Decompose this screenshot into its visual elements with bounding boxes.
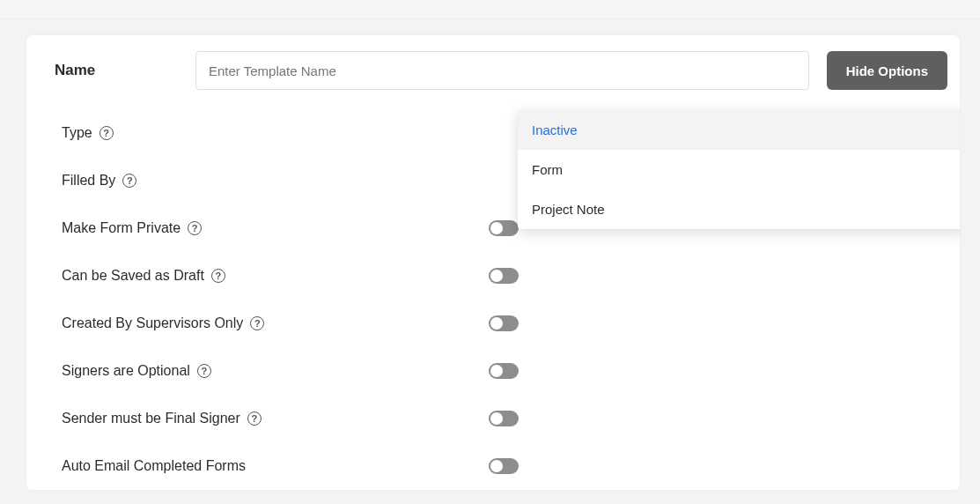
template-settings-card: Name Hide Options Type ? Filled By ? Mak… [26, 35, 960, 490]
help-icon[interactable]: ? [99, 126, 114, 140]
sender-final-label: Sender must be Final Signer ? [62, 411, 489, 426]
signers-optional-label: Signers are Optional ? [62, 363, 489, 379]
help-icon[interactable]: ? [188, 221, 202, 235]
supervisors-only-label: Created By Supervisors Only ? [62, 315, 489, 331]
hide-options-button[interactable]: Hide Options [827, 51, 947, 90]
name-label: Name [55, 62, 178, 79]
row-sender-final: Sender must be Final Signer ? [62, 395, 947, 442]
row-auto-email: Auto Email Completed Forms [62, 442, 947, 490]
help-icon[interactable]: ? [247, 411, 262, 426]
help-icon[interactable]: ? [122, 174, 136, 188]
help-icon[interactable]: ? [211, 269, 225, 283]
type-option-form[interactable]: Form [518, 150, 960, 189]
auto-email-toggle[interactable] [489, 458, 519, 474]
filled-by-label-text: Filled By [62, 173, 115, 189]
auto-email-label-text: Auto Email Completed Forms [62, 458, 246, 474]
save-draft-toggle[interactable] [489, 268, 519, 284]
type-option-inactive[interactable]: Inactive [518, 110, 960, 150]
header-row: Name Hide Options [26, 51, 960, 90]
signers-optional-toggle[interactable] [489, 363, 519, 379]
make-private-label-text: Make Form Private [62, 220, 181, 236]
type-label-text: Type [62, 125, 92, 141]
row-save-draft: Can be Saved as Draft ? [62, 252, 947, 300]
type-option-project-note[interactable]: Project Note [518, 189, 960, 229]
type-dropdown[interactable]: Inactive Form Project Note [518, 110, 960, 229]
supervisors-only-toggle[interactable] [489, 315, 519, 331]
row-supervisors-only: Created By Supervisors Only ? [62, 300, 947, 347]
template-name-input[interactable] [195, 51, 809, 90]
filled-by-label: Filled By ? [62, 173, 489, 189]
auto-email-label: Auto Email Completed Forms [62, 458, 489, 474]
type-label: Type ? [62, 125, 489, 141]
make-private-label: Make Form Private ? [62, 220, 489, 236]
make-private-toggle[interactable] [489, 220, 519, 236]
help-icon[interactable]: ? [250, 316, 264, 330]
sender-final-label-text: Sender must be Final Signer [62, 411, 240, 426]
sender-final-toggle[interactable] [489, 411, 519, 426]
save-draft-label: Can be Saved as Draft ? [62, 268, 489, 284]
save-draft-label-text: Can be Saved as Draft [62, 268, 204, 284]
signers-optional-label-text: Signers are Optional [62, 363, 190, 379]
top-bar [0, 0, 980, 19]
row-signers-optional: Signers are Optional ? [62, 347, 947, 395]
supervisors-only-label-text: Created By Supervisors Only [62, 315, 243, 331]
help-icon[interactable]: ? [197, 364, 211, 378]
